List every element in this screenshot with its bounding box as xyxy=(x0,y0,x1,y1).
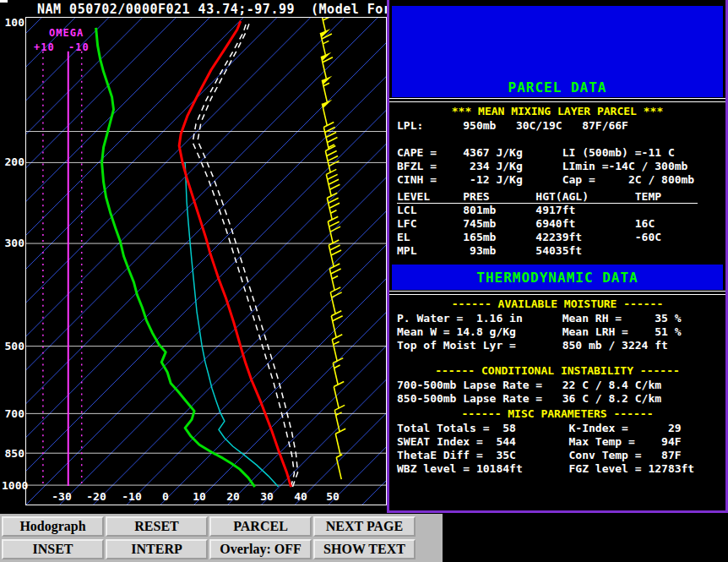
reset-button[interactable]: RESET xyxy=(106,516,208,537)
text-line: Total Totals = 58 K-Index = 29 xyxy=(397,422,725,435)
pressure-axis-label: 300 xyxy=(2,237,24,249)
text-line: BFZL = 234 J/Kg LImin =-14C / 300mb xyxy=(397,160,725,173)
isotherm-line xyxy=(194,18,386,505)
section-divider xyxy=(389,98,725,102)
wind-barb-full xyxy=(334,382,344,387)
instability-values: 700-500mb Lapse Rate = 22 C / 8.4 C/km85… xyxy=(389,379,725,406)
wind-barb-full xyxy=(331,269,341,274)
temperature-axis-label: -10 xyxy=(119,490,144,503)
isotherm-line xyxy=(26,18,277,505)
thermo-header-box: THERMODYNAMIC DATA xyxy=(392,265,723,290)
parcel-values: LPL: 950mb 30C/19C 87F/66F CAPE = 4367 J… xyxy=(389,119,725,187)
isotherm-line xyxy=(94,18,386,505)
omega-plus-label: +10 xyxy=(34,41,55,53)
inset-button[interactable]: INSET xyxy=(2,539,104,559)
wind-barb-half xyxy=(323,41,329,43)
wind-barb-pennant xyxy=(322,76,332,85)
wind-barb-full xyxy=(327,193,337,198)
parcel-header: PARCEL DATA xyxy=(508,79,607,95)
wind-barb-half xyxy=(332,276,338,278)
overlay-toggle-button[interactable]: Overlay: OFF xyxy=(209,539,312,559)
wind-barb-half xyxy=(334,341,340,344)
wind-barb-full xyxy=(330,245,340,250)
text-line xyxy=(397,133,725,146)
wind-barb-full xyxy=(328,174,338,179)
moisture-header: ------ AVAILABLE MOISTURE ------ xyxy=(389,297,725,310)
wind-barb-full xyxy=(329,161,340,166)
corner-mark xyxy=(0,0,8,3)
text-line: LCL 801mb 4917ft xyxy=(397,204,725,217)
temperature-axis-label: -20 xyxy=(84,490,109,503)
text-line: 700-500mb Lapse Rate = 22 C / 8.4 C/km xyxy=(397,379,725,392)
text-line: EL 165mb 42239ft -60C xyxy=(397,231,725,244)
wind-barb-full xyxy=(329,240,339,245)
thermo-header: THERMODYNAMIC DATA xyxy=(476,270,638,286)
wind-barb-full xyxy=(329,179,339,184)
text-line: Mean W = 14.8 g/Kg Mean LRH = 51 % xyxy=(397,325,725,339)
isotherm-line xyxy=(26,18,209,505)
text-line: LFC 745mb 6940ft 16C xyxy=(397,217,725,231)
temperature-axis-label: 20 xyxy=(220,490,246,503)
wind-barb-full xyxy=(330,226,340,232)
wind-barb-full xyxy=(328,216,338,221)
wind-barb-full xyxy=(330,184,340,189)
isotherm-line xyxy=(362,18,386,505)
wind-barb-full xyxy=(331,250,341,255)
text-line: Top of Moist Lyr = 850 mb / 3224 ft xyxy=(397,339,725,352)
mean-mixing-header: *** MEAN MIXING LAYER PARCEL *** xyxy=(389,105,725,117)
text-line: LEVEL PRES HGT(AGL) TEMP xyxy=(397,190,698,204)
temperature-axis-label: 30 xyxy=(254,490,280,503)
temperature-axis-label: 10 xyxy=(187,490,212,503)
instability-header: ------ CONDITIONAL INSTABILITY ------ xyxy=(389,364,725,377)
pressure-axis-label: 850 xyxy=(2,447,24,460)
text-line: MPL 93mb 54035ft xyxy=(397,244,725,258)
interp-button[interactable]: INTERP xyxy=(106,539,208,559)
omega-label: OMEGA xyxy=(49,27,84,39)
wind-barb-full xyxy=(333,358,343,363)
wind-barb-full xyxy=(323,18,333,20)
wind-barb-full xyxy=(323,123,334,128)
moisture-values: P. Water = 1.16 in Mean RH = 35 %Mean W … xyxy=(389,312,725,352)
parcel-button[interactable]: PARCEL xyxy=(209,516,312,537)
parcel-level-table: LEVEL PRES HGT(AGL) TEMPLCL 801mb 4917ft… xyxy=(389,190,725,258)
pressure-axis-label: 1000 xyxy=(2,479,24,492)
isotherm-line xyxy=(329,18,386,505)
spacer xyxy=(389,352,725,363)
wind-barb-full xyxy=(332,335,342,340)
wind-barb-full xyxy=(326,169,336,174)
pressure-axis-label: 100 xyxy=(2,16,24,29)
wind-barb-full xyxy=(327,150,337,156)
wind-barb-full xyxy=(329,203,340,208)
text-line: LPL: 950mb 30C/19C 87F/66F xyxy=(397,119,725,133)
skewt-plot[interactable] xyxy=(25,17,387,505)
text-line: CAPE = 4367 J/Kg LI (500mb) =-11 C xyxy=(397,146,725,160)
text-line: WBZ level = 10184ft FGZ level = 12783ft xyxy=(397,462,725,476)
isotherm-line xyxy=(26,18,344,505)
isotherm-line xyxy=(228,18,386,505)
toolbar-row-1: Hodograph RESET PARCEL NEXT PAGE xyxy=(2,516,441,537)
wind-barb-half xyxy=(334,365,340,368)
next-page-button[interactable]: NEXT PAGE xyxy=(313,516,416,537)
wind-barb-full xyxy=(333,316,343,321)
wind-barb-staff xyxy=(322,104,327,126)
data-panel: PARCEL DATA *** MEAN MIXING LAYER PARCEL… xyxy=(387,0,728,513)
wind-barb-full xyxy=(331,311,341,316)
text-line: 850-500mb Lapse Rate = 36 C / 8.2 C/km xyxy=(397,392,725,406)
temperature-axis-label: 50 xyxy=(320,490,345,503)
wetbulb-trace xyxy=(185,162,278,487)
wind-barb-full xyxy=(328,138,338,143)
page-title: NAM 050702/0000F021 43.74;-97.99 (Model … xyxy=(37,2,440,17)
text-line: ThetaE Diff = 35C Conv Temp = 87F xyxy=(397,449,725,462)
show-text-button[interactable]: SHOW TEXT xyxy=(313,539,416,559)
omega-minus-label: -10 xyxy=(68,41,90,53)
text-line: CINH = -12 J/Kg Cap = 2C / 800mb xyxy=(397,173,725,187)
temperature-trace xyxy=(179,21,291,487)
wind-barb-half xyxy=(331,210,337,213)
wind-barb-staff xyxy=(335,434,340,456)
pressure-axis-label: 700 xyxy=(2,407,24,420)
isotherm-line xyxy=(262,18,386,505)
misc-values: Total Totals = 58 K-Index = 29SWEAT Inde… xyxy=(389,422,725,476)
section-divider xyxy=(389,291,725,295)
hodograph-button[interactable]: Hodograph xyxy=(2,516,104,537)
pressure-axis-label: 500 xyxy=(2,340,24,352)
